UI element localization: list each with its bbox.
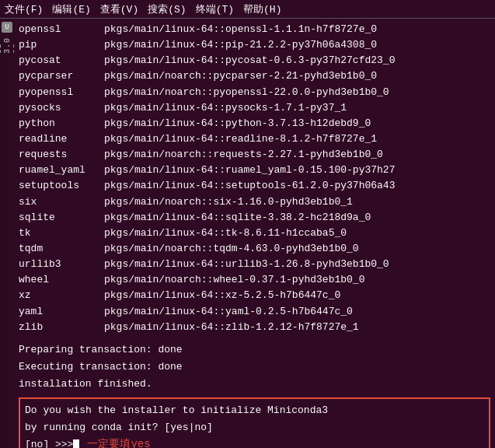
package-path: pkgs/main/noarch::wheel-0.37.1-pyhd3eb1b… — [104, 272, 364, 288]
package-path: pkgs/main/linux-64::readline-8.1.2-h7f87… — [104, 131, 377, 147]
package-path: pkgs/main/linux-64::sqlite-3.38.2-hc218d… — [104, 210, 371, 226]
package-row: pysockspkgs/main/linux-64::pysocks-1.7.1… — [19, 100, 490, 116]
package-path: pkgs/main/linux-64::setuptools-61.2.0-py… — [104, 178, 395, 194]
package-row: wheelpkgs/main/noarch::wheel-0.37.1-pyhd… — [19, 272, 490, 288]
menu-terminal[interactable]: 终端(T) — [196, 2, 234, 16]
package-name: wheel — [19, 272, 104, 288]
status-preparing: Preparing transaction: done — [19, 341, 490, 359]
prompt-line1: Do you wish the installer to initialize … — [25, 402, 484, 418]
package-path: pkgs/main/linux-64::zlib-1.2.12-h7f8727e… — [104, 320, 359, 335]
package-row: yamlpkgs/main/linux-64::yaml-0.2.5-h7b64… — [19, 304, 490, 320]
package-row: zlibpkgs/main/linux-64::zlib-1.2.12-h7f8… — [19, 320, 490, 335]
package-name: sqlite — [19, 210, 104, 226]
package-row: pippkgs/main/linux-64::pip-21.2.2-py37h0… — [19, 37, 490, 53]
package-path: pkgs/main/linux-64::urllib3-1.26.8-pyhd3… — [104, 257, 389, 272]
status-lines: Preparing transaction: done Executing tr… — [19, 341, 490, 393]
package-name: readline — [19, 131, 104, 147]
package-path: pkgs/main/linux-64::openssl-1.1.1n-h7f87… — [104, 22, 377, 37]
package-path: pkgs/main/linux-64::python-3.7.13-h12deb… — [104, 116, 371, 131]
package-name: xz — [19, 288, 104, 303]
package-path: pkgs/main/linux-64::ruamel_yaml-0.15.100… — [104, 163, 395, 178]
prompt-text: [no] >>> — [25, 436, 73, 448]
package-row: readlinepkgs/main/linux-64::readline-8.1… — [19, 131, 490, 147]
package-name: pycparser — [19, 68, 104, 84]
package-path: pkgs/main/linux-64::yaml-0.2.5-h7b6447c_… — [104, 304, 353, 320]
package-name: ruamel_yaml — [19, 163, 104, 178]
package-name: zlib — [19, 320, 104, 335]
status-finished: installation finished. — [19, 376, 490, 393]
prompt-line3: [no] >>> 一定要填yes — [25, 436, 484, 448]
menu-edit[interactable]: 编辑(E) — [52, 2, 90, 16]
package-row: tkpkgs/main/linux-64::tk-8.6.11-h1ccaba5… — [19, 226, 490, 241]
package-row: tqdmpkgs/main/noarch::tqdm-4.63.0-pyhd3e… — [19, 241, 490, 257]
prompt-line2: by running conda init? [yes|no] — [25, 419, 484, 436]
package-path: pkgs/main/noarch::requests-2.27.1-pyhd3e… — [104, 147, 383, 163]
package-row: sixpkgs/main/noarch::six-1.16.0-pyhd3eb1… — [19, 194, 490, 210]
package-path: pkgs/main/noarch::tqdm-4.63.0-pyhd3eb1b0… — [104, 241, 359, 257]
package-row: pycosatpkgs/main/linux-64::pycosat-0.6.3… — [19, 53, 490, 68]
package-name: pysocks — [19, 100, 104, 116]
package-name: pip — [19, 37, 104, 53]
package-path: pkgs/main/linux-64::xz-5.2.5-h7b6447c_0 — [104, 288, 340, 303]
cursor-block — [73, 439, 79, 448]
status-executing: Executing transaction: done — [19, 359, 490, 376]
prompt-box: Do you wish the installer to initialize … — [19, 397, 490, 448]
sidebar-icon-1: U — [2, 22, 12, 33]
package-name: pycosat — [19, 53, 104, 68]
package-row: urllib3pkgs/main/linux-64::urllib3-1.26.… — [19, 257, 490, 272]
package-name: setuptools — [19, 178, 104, 194]
package-path: pkgs/main/noarch::pyopenssl-22.0.0-pyhd3… — [104, 85, 389, 100]
menu-search[interactable]: 搜索(S) — [148, 2, 186, 16]
package-name: python — [19, 116, 104, 131]
package-name: six — [19, 194, 104, 210]
package-path: pkgs/main/linux-64::pysocks-1.7.1-py37_1 — [104, 100, 347, 116]
package-list: opensslpkgs/main/linux-64::openssl-1.1.1… — [19, 22, 490, 335]
menu-help[interactable]: 帮助(H) — [243, 2, 281, 16]
package-row: opensslpkgs/main/linux-64::openssl-1.1.1… — [19, 22, 490, 37]
package-path: pkgs/main/linux-64::tk-8.6.11-h1ccaba5_0 — [104, 226, 347, 241]
package-row: xzpkgs/main/linux-64::xz-5.2.5-h7b6447c_… — [19, 288, 490, 303]
menubar: 文件(F) 编辑(E) 查看(V) 搜索(S) 终端(T) 帮助(H) — [0, 0, 495, 19]
package-path: pkgs/main/noarch::six-1.16.0-pyhd3eb1b0_… — [104, 194, 353, 210]
annotation-text: 一定要填yes — [87, 436, 150, 448]
package-row: pyopensslpkgs/main/noarch::pyopenssl-22.… — [19, 85, 490, 100]
package-row: pythonpkgs/main/linux-64::python-3.7.13-… — [19, 116, 490, 131]
package-name: tk — [19, 226, 104, 241]
menu-file[interactable]: 文件(F) — [5, 2, 43, 16]
package-name: yaml — [19, 304, 104, 320]
package-row: requestspkgs/main/noarch::requests-2.27.… — [19, 147, 490, 163]
sidebar: U Ub3.0an — [0, 19, 14, 448]
package-row: sqlitepkgs/main/linux-64::sqlite-3.38.2-… — [19, 210, 490, 226]
package-row: pycparserpkgs/main/noarch::pycparser-2.2… — [19, 68, 490, 84]
package-path: pkgs/main/linux-64::pip-21.2.2-py37h06a4… — [104, 37, 377, 53]
package-path: pkgs/main/noarch::pycparser-2.21-pyhd3eb… — [104, 68, 377, 84]
package-name: urllib3 — [19, 257, 104, 272]
package-path: pkgs/main/linux-64::pycosat-0.6.3-py37h2… — [104, 53, 395, 68]
package-name: openssl — [19, 22, 104, 37]
menu-view[interactable]: 查看(V) — [100, 2, 138, 16]
terminal: opensslpkgs/main/linux-64::openssl-1.1.1… — [14, 19, 495, 448]
package-name: pyopenssl — [19, 85, 104, 100]
package-row: ruamel_yamlpkgs/main/linux-64::ruamel_ya… — [19, 163, 490, 178]
package-row: setuptoolspkgs/main/linux-64::setuptools… — [19, 178, 490, 194]
package-name: requests — [19, 147, 104, 163]
package-name: tqdm — [19, 241, 104, 257]
